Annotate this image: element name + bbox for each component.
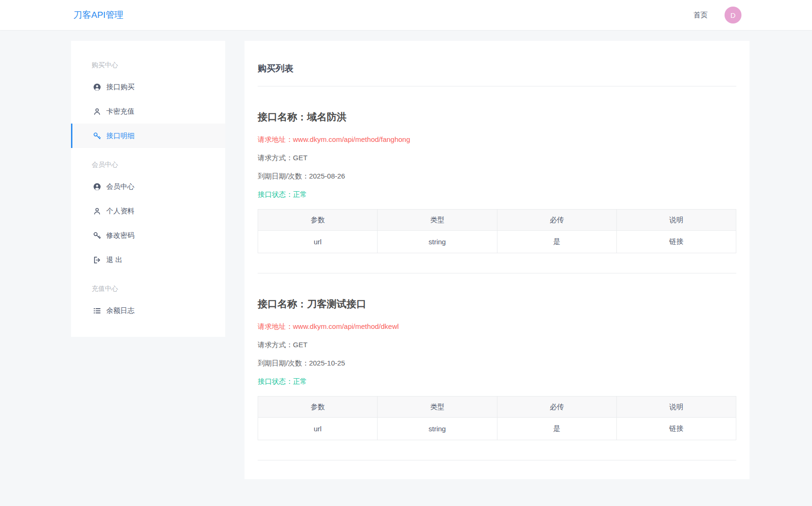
request-url-value: www.dkym.com/api/method/fanghong [293,135,410,143]
api-request-method: 请求方式：GET [258,340,736,350]
api-name-heading: 接口名称：刀客测试接口 [258,297,736,311]
api-request-url: 请求地址：www.dkym.com/api/method/fanghong [258,134,736,145]
menu-group-member: 会员中心 会员中心 个人资料 修改密码 [71,155,225,272]
avatar[interactable]: D [725,7,741,23]
sidebar: 购买中心 接口购买 卡密充值 接口明细 会员中心 [71,41,225,337]
expire-label: 到期日期/次数： [258,172,309,180]
param-required-cell: 是 [497,231,616,253]
params-table-header: 必传 [497,210,616,231]
sidebar-item-label: 修改密码 [106,231,134,240]
api-name-heading: 接口名称：域名防洪 [258,110,736,124]
params-table-header: 说明 [616,210,736,231]
sidebar-item-card-recharge[interactable]: 卡密充值 [71,99,225,124]
api-name-value: 域名防洪 [307,111,347,122]
page-title: 购买列表 [258,62,736,75]
menu-group-title: 购买中心 [71,55,225,75]
status-value: 正常 [293,190,307,198]
request-method-value: GET [293,341,307,349]
api-section: 接口名称：域名防洪 请求地址：www.dkym.com/api/method/f… [258,110,736,273]
params-table-header: 参数 [258,397,378,418]
status-label: 接口状态： [258,377,293,385]
avatar-letter: D [731,11,736,19]
param-name-cell: url [258,418,378,440]
api-request-url: 请求地址：www.dkym.com/api/method/dkewl [258,321,736,332]
expire-value: 2025-08-26 [309,172,345,180]
status-label: 接口状态： [258,190,293,198]
sidebar-item-label: 余额日志 [106,306,134,315]
user-circle-icon [93,83,101,91]
page-body: 购买中心 接口购买 卡密充值 接口明细 会员中心 [0,30,812,479]
request-url-label: 请求地址： [258,135,293,143]
params-table-header-row: 参数 类型 必传 说明 [258,397,736,418]
user-outline-icon [93,207,101,215]
key-icon [93,232,101,240]
menu-group-title: 会员中心 [71,155,225,174]
api-name-label: 接口名称： [258,298,307,309]
param-desc-cell: 链接 [616,231,736,253]
app-title[interactable]: 刀客API管理 [73,9,124,21]
table-row: url string 是 链接 [258,231,736,253]
key-icon [93,132,101,140]
sidebar-item-member-center[interactable]: 会员中心 [71,174,225,199]
divider [258,273,736,273]
sidebar-item-api-details[interactable]: 接口明细 [71,124,225,148]
params-table: 参数 类型 必传 说明 url string 是 链接 [258,396,736,440]
app-header: 刀客API管理 首页 D [0,0,812,30]
param-desc-cell: 链接 [616,418,736,440]
params-table-header-row: 参数 类型 必传 说明 [258,210,736,231]
param-required-cell: 是 [497,418,616,440]
sidebar-item-label: 卡密充值 [106,107,134,116]
menu-group-recharge: 充值中心 余额日志 [71,279,225,323]
menu-group-title: 充值中心 [71,279,225,298]
params-table-header: 类型 [378,210,497,231]
menu-group-purchase: 购买中心 接口购买 卡密充值 接口明细 [71,55,225,148]
api-expire: 到期日期/次数：2025-10-25 [258,358,736,368]
params-table: 参数 类型 必传 说明 url string 是 链接 [258,209,736,253]
params-table-header: 类型 [378,397,497,418]
params-table-header: 参数 [258,210,378,231]
sidebar-item-balance-log[interactable]: 余额日志 [71,298,225,323]
list-icon [93,307,101,315]
sidebar-item-label: 会员中心 [106,182,134,191]
api-section: 接口名称：刀客测试接口 请求地址：www.dkym.com/api/method… [258,297,736,460]
param-name-cell: url [258,231,378,253]
main-content: 购买列表 接口名称：域名防洪 请求地址：www.dkym.com/api/met… [244,41,749,479]
params-table-header: 必传 [497,397,616,418]
sidebar-item-label: 个人资料 [106,207,134,216]
request-url-value: www.dkym.com/api/method/dkewl [293,322,399,330]
table-row: url string 是 链接 [258,418,736,440]
sidebar-item-label: 退 出 [106,256,122,265]
divider [258,460,736,460]
param-type-cell: string [378,231,497,253]
request-url-label: 请求地址： [258,322,293,330]
expire-value: 2025-10-25 [309,359,345,367]
api-status: 接口状态：正常 [258,189,736,200]
api-name-value: 刀客测试接口 [307,298,366,309]
user-circle-icon [93,183,101,191]
api-status: 接口状态：正常 [258,376,736,387]
request-method-value: GET [293,154,307,162]
sidebar-item-change-password[interactable]: 修改密码 [71,223,225,248]
param-type-cell: string [378,418,497,440]
api-request-method: 请求方式：GET [258,153,736,163]
sidebar-item-profile[interactable]: 个人资料 [71,199,225,223]
params-table-header: 说明 [616,397,736,418]
sidebar-item-label: 接口明细 [106,132,134,140]
status-value: 正常 [293,377,307,385]
divider [258,86,736,86]
nav-home-link[interactable]: 首页 [694,11,708,20]
api-expire: 到期日期/次数：2025-08-26 [258,171,736,181]
request-method-label: 请求方式： [258,154,293,162]
sidebar-item-label: 接口购买 [106,83,134,92]
header-right: 首页 D [694,7,741,23]
sidebar-item-api-purchase[interactable]: 接口购买 [71,75,225,99]
request-method-label: 请求方式： [258,341,293,349]
user-outline-icon [93,108,101,116]
sidebar-item-logout[interactable]: 退 出 [71,248,225,272]
logout-icon [93,256,101,264]
api-name-label: 接口名称： [258,111,307,122]
expire-label: 到期日期/次数： [258,359,309,367]
